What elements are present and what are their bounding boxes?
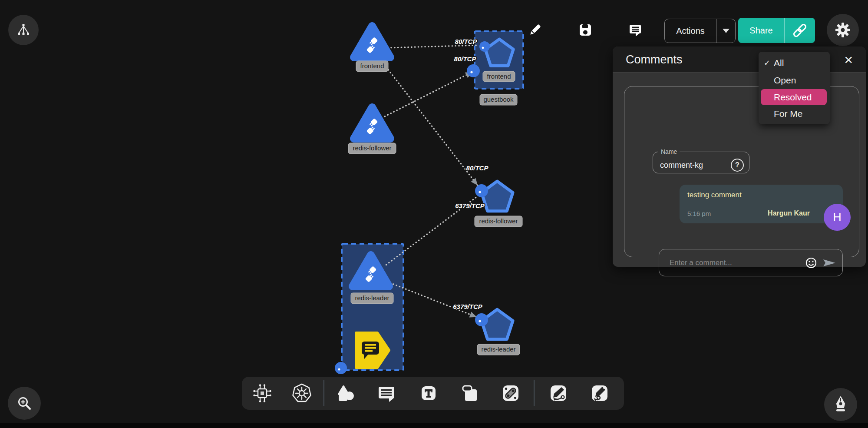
edge-label-80tcp: 80/TCP (455, 38, 478, 45)
edge-frontend-to-frontend-svc[interactable] (388, 45, 479, 48)
tool-shapes[interactable] (336, 383, 356, 404)
avatar: H (824, 204, 851, 231)
filter-option-label: Resolved (774, 92, 812, 102)
label-chip-redis-leader-pod[interactable]: redis-leader (351, 293, 393, 304)
comment-time: 5:16 pm (687, 210, 768, 217)
app-logo-button[interactable] (8, 15, 39, 45)
tool-text[interactable] (418, 383, 439, 404)
edge-label-80tcp: 80/TCP (466, 164, 489, 172)
edge-redis-follower-to-frontend-svc[interactable] (385, 73, 470, 116)
gear-icon (833, 20, 852, 40)
svg-text:frontend: frontend (360, 62, 384, 70)
comment-composer (659, 249, 843, 276)
tool-pen[interactable] (548, 383, 569, 404)
settings-button[interactable] (827, 14, 859, 46)
filter-option-label: All (774, 58, 784, 68)
node-frontend-pod[interactable] (354, 26, 390, 57)
pencil-icon (527, 22, 543, 38)
emoji-icon[interactable] (805, 257, 817, 269)
name-field-label: Name (658, 148, 680, 155)
label-chip-redis-follower-service[interactable]: redis-follower (475, 216, 522, 227)
filter-option-resolved[interactable]: Resolved (761, 89, 827, 105)
comments-filter-menu: ✓ All Open Resolved For Me (759, 52, 830, 124)
comment-text: testing comment (687, 191, 835, 199)
actions-button[interactable]: Actions (664, 19, 736, 43)
toolbar-divider (534, 380, 535, 406)
comment-name-field: Name ? (653, 148, 749, 173)
port-circle[interactable] (335, 362, 347, 374)
copy-link-button[interactable] (785, 21, 815, 40)
link-icon (790, 21, 809, 40)
share-label: Share (738, 26, 784, 36)
pen-tool-icon (548, 383, 569, 404)
bottom-toolbar (242, 377, 624, 410)
svg-text:redis-follower: redis-follower (479, 217, 518, 225)
edit-button[interactable] (527, 22, 543, 38)
filter-option-label: Open (774, 75, 796, 85)
caret-down-icon (723, 29, 729, 33)
comments-toggle-button[interactable] (627, 22, 643, 38)
label-chip-guestbook[interactable]: guestbook (480, 94, 517, 105)
tool-link[interactable] (500, 383, 521, 404)
bottom-edge-strip (0, 423, 868, 428)
note-tool-icon (459, 383, 480, 404)
name-input[interactable] (659, 160, 722, 170)
draw-mode-button[interactable] (824, 388, 857, 421)
port-circle[interactable] (479, 41, 490, 52)
help-icon[interactable]: ? (731, 159, 744, 172)
comment-item: testing comment 5:16 pm Hargun Kaur (680, 185, 843, 223)
tool-scribble[interactable] (589, 383, 610, 404)
actions-dropdown-toggle[interactable] (716, 29, 735, 33)
text-tool-icon (418, 383, 439, 404)
shapes-icon (336, 383, 356, 404)
node-redis-follower-pod[interactable] (354, 107, 390, 139)
share-button[interactable]: Share (738, 18, 815, 43)
comment-input[interactable] (669, 258, 805, 268)
svg-text:redis-leader: redis-leader (481, 345, 515, 353)
port-circle[interactable] (467, 64, 480, 77)
actions-label: Actions (665, 26, 716, 36)
label-chip-frontend-pod[interactable]: frontend (356, 61, 388, 72)
kubernetes-icon (291, 383, 312, 404)
tool-infrastructure[interactable] (252, 383, 273, 404)
edge-frontend-to-redis-follower-svc[interactable] (382, 62, 478, 186)
pen-nib-icon (831, 395, 850, 414)
link-tool-icon (500, 383, 521, 404)
save-button[interactable] (578, 22, 593, 38)
zoom-button[interactable] (8, 387, 41, 420)
toolbar-divider (323, 380, 324, 406)
close-icon[interactable]: × (844, 53, 853, 66)
comment-tool-icon (376, 383, 397, 404)
port-circle[interactable] (475, 313, 488, 326)
filter-option-label: For Me (774, 109, 803, 119)
svg-text:redis-follower: redis-follower (353, 144, 391, 152)
scribble-tool-icon (589, 383, 610, 404)
comment-meta: 5:16 pm Hargun Kaur (687, 209, 835, 217)
tool-kubernetes[interactable] (291, 383, 312, 404)
filter-option-open[interactable]: Open (759, 72, 830, 89)
comment-bubble-icon (627, 22, 643, 38)
edge-label-6379tcp: 6379/TCP (455, 202, 485, 209)
filter-option-all[interactable]: ✓ All (759, 54, 830, 72)
zoom-in-icon (15, 394, 34, 413)
label-chip-redis-follower-pod[interactable]: redis-follower (348, 143, 396, 154)
edge-label-6379tcp: 6379/TCP (453, 303, 483, 310)
svg-text:frontend: frontend (487, 73, 511, 80)
label-chip-redis-leader-service[interactable]: redis-leader (477, 344, 520, 355)
port-circle[interactable] (475, 184, 488, 197)
node-redis-follower-service[interactable] (482, 181, 513, 211)
svg-text:redis-leader: redis-leader (355, 294, 389, 302)
app-window: frontend frontend guestbook redis-follow… (0, 0, 868, 428)
label-chip-frontend-service[interactable]: frontend (483, 71, 515, 82)
hierarchy-tree-icon (15, 21, 32, 39)
svg-text:guestbook: guestbook (483, 96, 514, 103)
filter-option-for-me[interactable]: For Me (759, 105, 830, 123)
tool-comment[interactable] (376, 383, 397, 404)
send-icon[interactable] (822, 259, 836, 267)
check-icon: ✓ (764, 54, 770, 72)
circuit-icon (252, 383, 273, 404)
floppy-disk-icon (578, 22, 593, 38)
edge-label-80tcp: 80/TCP (454, 55, 477, 63)
tool-note[interactable] (459, 383, 480, 404)
